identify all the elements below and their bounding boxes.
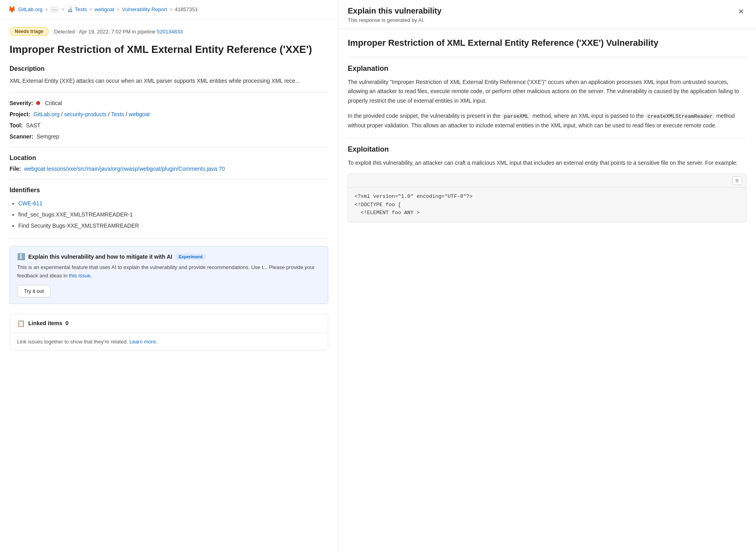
right-panel-header-text: Explain this vulnerability This response… <box>348 6 442 23</box>
list-item: CWE-611 <box>18 198 328 209</box>
rp-vuln-title: Improper Restriction of XML External Ent… <box>348 37 746 49</box>
file-row: File: webgoat-lessons/xxe/src/main/java/… <box>10 166 328 172</box>
breadcrumb-gitlab[interactable]: GitLab.org <box>18 6 43 12</box>
file-path-link[interactable]: webgoat-lessons/xxe/src/main/java/org/ow… <box>24 166 225 172</box>
breadcrumb-webgoat[interactable]: webgoat <box>95 6 114 12</box>
explanation-p2: In the provided code snippet, the vulner… <box>348 111 746 131</box>
breadcrumb-dots[interactable]: ··· <box>50 6 59 13</box>
breadcrumb-sep-4: > <box>117 6 120 12</box>
linked-items-count: 0 <box>66 320 69 326</box>
code-block-header: ⎘ <box>348 174 746 188</box>
breadcrumb: 🦊 GitLab.org > ··· > 🔬 Tests > webgoat >… <box>0 0 338 19</box>
main-content: Needs triage Detected · Apr 19, 2022, 7:… <box>0 19 338 376</box>
experiment-badge: Experiment <box>175 254 206 260</box>
identifier-3: Find Security Bugs-XXE_XMLSTREAMREADER <box>18 222 139 229</box>
cwe-link[interactable]: CWE-611 <box>18 200 43 207</box>
learn-more-link[interactable]: Learn more. <box>129 339 157 345</box>
breadcrumb-tests[interactable]: Tests <box>75 6 87 12</box>
badge-row: Needs triage Detected · Apr 19, 2022, 7:… <box>10 27 328 36</box>
parsexmL-code: parseXML <box>502 113 531 120</box>
exploitation-text: To exploit this vulnerability, an attack… <box>348 158 746 168</box>
file-label: File: <box>10 166 21 172</box>
needs-triage-badge: Needs triage <box>10 27 49 36</box>
breadcrumb-vuln-report[interactable]: Vulnerability Report <box>122 6 167 12</box>
divider-3 <box>10 179 328 179</box>
tool-row: Tool: SAST <box>10 122 328 129</box>
scanner-value: Semgrep <box>37 133 59 140</box>
identifiers-section: Identifiers CWE-611 find_sec_bugs.XXE_XM… <box>10 187 328 231</box>
description-text: XML External Entity (XXE) attacks can oc… <box>10 76 328 85</box>
list-item: Find Security Bugs-XXE_XMLSTREAMREADER <box>18 220 328 231</box>
scanner-label: Scanner: <box>10 133 33 140</box>
code-block: ⎘ <?xml version="1.0" encoding="UTF-8"?>… <box>348 174 746 222</box>
breadcrumb-tests-icon: 🔬 <box>67 6 73 12</box>
divider-4 <box>10 238 328 239</box>
location-heading: Location <box>10 154 328 162</box>
divider-1 <box>10 92 328 93</box>
divider-2 <box>10 147 328 147</box>
right-panel-title: Explain this vulnerability <box>348 6 442 16</box>
right-panel: Explain this vulnerability This response… <box>338 0 756 552</box>
tool-label: Tool: <box>10 122 23 129</box>
severity-value: Critical <box>45 100 62 106</box>
severity-dot <box>36 101 40 105</box>
project-link-security-products[interactable]: security-products <box>64 111 107 117</box>
project-link-gitlab[interactable]: GitLab.org <box>33 111 59 117</box>
scanner-row: Scanner: Semgrep <box>10 133 328 140</box>
project-link-webgoat[interactable]: webgoat <box>129 111 150 117</box>
left-panel: 🦊 GitLab.org > ··· > 🔬 Tests > webgoat >… <box>0 0 338 552</box>
linked-items-box: 📋 Linked items 0 Link issues together to… <box>10 314 328 351</box>
pipeline-link[interactable]: 520134833 <box>157 29 183 35</box>
identifiers-list: CWE-611 find_sec_bugs.XXE_XMLSTREAMREADE… <box>10 198 328 231</box>
vulnerability-title: Improper Restriction of XML External Ent… <box>10 43 328 57</box>
ai-explain-title: Explain this vulnerability and how to mi… <box>28 254 172 260</box>
list-item: find_sec_bugs.XXE_XMLSTREAMREADER-1 <box>18 209 328 220</box>
breadcrumb-sep-2: > <box>61 6 64 12</box>
project-label: Project: <box>10 111 30 117</box>
project-value: GitLab.org / security-products / Tests /… <box>33 111 150 117</box>
breadcrumb-sep-5: > <box>170 6 173 12</box>
this-issue-link[interactable]: this issue <box>69 273 90 279</box>
copy-code-button[interactable]: ⎘ <box>732 176 742 185</box>
explanation-p1: The vulnerability "Improper Restriction … <box>348 78 746 106</box>
breadcrumb-sep-1: > <box>45 6 48 12</box>
rp-divider-1 <box>348 57 746 57</box>
identifiers-heading: Identifiers <box>10 187 328 194</box>
breadcrumb-sep-3: > <box>89 6 92 12</box>
breadcrumb-issue-id: 41857351 <box>175 6 198 12</box>
ai-explain-desc: This is an experimental feature that use… <box>17 263 321 280</box>
right-panel-header: Explain this vulnerability This response… <box>338 0 756 29</box>
severity-row: Severity: Critical <box>10 100 328 106</box>
linked-items-heading: Linked items <box>28 320 62 326</box>
tool-value: SAST <box>26 122 41 129</box>
ai-explain-box: ℹ️ Explain this vulnerability and how to… <box>10 246 328 304</box>
try-it-out-button[interactable]: Try it out <box>17 285 51 297</box>
linked-items-header: 📋 Linked items 0 <box>10 314 328 333</box>
severity-label: Severity: <box>10 100 33 106</box>
linked-items-body: Link issues together to show that they'r… <box>10 333 328 350</box>
gitlab-logo-icon: 🦊 <box>8 6 16 13</box>
explanation-heading: Explanation <box>348 64 746 73</box>
location-section: Location File: webgoat-lessons/xxe/src/m… <box>10 154 328 172</box>
project-row: Project: GitLab.org / security-products … <box>10 111 328 117</box>
description-heading: Description <box>10 65 328 72</box>
detected-text: Detected · Apr 19, 2022, 7:02 PM in pipe… <box>54 29 183 35</box>
close-panel-button[interactable]: ✕ <box>736 6 746 17</box>
info-icon: ℹ️ <box>17 253 25 260</box>
createxmlstreamreader-code: createXMLStreamReader <box>645 113 715 120</box>
right-panel-body: Improper Restriction of XML External Ent… <box>338 29 756 238</box>
ai-explain-header: ℹ️ Explain this vulnerability and how to… <box>17 253 321 260</box>
exploitation-heading: Exploitation <box>348 145 746 154</box>
project-link-tests[interactable]: Tests <box>111 111 124 117</box>
rp-divider-2 <box>348 138 746 138</box>
linked-items-icon: 📋 <box>17 320 25 327</box>
identifier-2: find_sec_bugs.XXE_XMLSTREAMREADER-1 <box>18 211 133 218</box>
code-block-body: <?xml version="1.0" encoding="UTF-8"?> <… <box>348 188 746 222</box>
ai-generated-note: This response is generated by AI. <box>348 17 442 23</box>
